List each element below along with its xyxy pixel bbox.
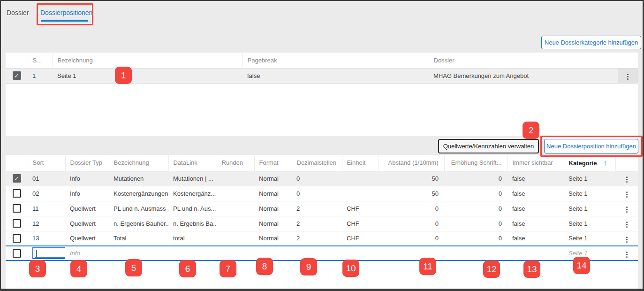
row-menu-kebab-icon[interactable] — [624, 175, 629, 184]
cell-kategorie: Seite 1 — [564, 201, 615, 216]
app-window: Dossier Dossierpositionen Neue Dossierka… — [0, 0, 644, 291]
cell-pagebreak: false — [242, 68, 429, 83]
annotation-badge-5: 5 — [125, 259, 142, 276]
cell-bezeichnung: Kostenergänzungen — [109, 186, 168, 201]
cell-dossier: MHAG Bemerkungen zum Angebot — [429, 68, 618, 83]
cell-bezeichnung: Seite 1 — [53, 68, 242, 83]
cell-dezimalstellen: 0 — [292, 171, 342, 186]
cell-abstand: 0 — [379, 201, 444, 216]
sort-ascending-arrow-icon[interactable]: ↑ — [603, 159, 607, 167]
row-menu-kebab-icon[interactable] — [624, 190, 629, 199]
row-menu-kebab-icon[interactable] — [624, 250, 629, 260]
row-checkbox-checked[interactable]: ✓ — [13, 174, 21, 183]
header-datalink[interactable]: DataLink — [168, 155, 217, 171]
cell-sort: 12 — [28, 216, 65, 231]
row-checkbox[interactable] — [13, 219, 21, 228]
header-immer-sichtbar[interactable]: Immer sichtbar — [508, 155, 564, 171]
tab-dossier[interactable]: Dossier — [7, 9, 29, 16]
annotation-badge-6: 6 — [179, 260, 196, 277]
new-position-edit-row[interactable]: Info Seite 1 — [6, 246, 638, 260]
cell-format: Normal — [254, 186, 292, 201]
header-dezimalstellen[interactable]: Dezimalstellen — [292, 155, 342, 171]
row-menu-kebab-icon[interactable] — [625, 72, 630, 82]
cell-dossier-typ: Info — [65, 171, 109, 186]
row-menu-kebab-icon[interactable] — [624, 235, 629, 245]
header-bezeichnung[interactable]: Bezeichnung — [53, 53, 242, 68]
header-kategorie-label: Kategorie — [569, 160, 597, 167]
kategorie-default-value[interactable]: Seite 1 — [568, 250, 587, 257]
dossierkategorie-section: S... Bezeichnung Pagebreak Dossier ✓ 1 S… — [6, 53, 638, 136]
table-row[interactable]: 13 Quellwert Total total Normal 2 CHF 0 … — [6, 231, 638, 246]
header-dossier-typ[interactable]: Dossier Typ — [65, 155, 109, 171]
active-tab-underline — [41, 20, 88, 22]
table-row[interactable]: 11 Quellwert PL und n. Ausmass ... PL un… — [6, 201, 638, 216]
cell-format: Normal — [254, 171, 292, 186]
cell-erhoehung: 0 — [444, 201, 508, 216]
cell-sort: 11 — [28, 201, 65, 216]
cell-einheit — [342, 171, 379, 186]
cell-kategorie: Seite 1 — [564, 186, 615, 201]
header-erhoehung[interactable]: Erhöhung Schrift... — [444, 155, 508, 171]
cell-immer-sichtbar: false — [508, 216, 564, 231]
table-row[interactable]: 12 Quellwert n. Ergebnis Bauher... n. Er… — [6, 216, 638, 231]
cell-einheit: CHF — [342, 231, 379, 246]
cell-format: Normal — [254, 216, 292, 231]
row-checkbox[interactable] — [13, 189, 21, 198]
cell-immer-sichtbar: false — [508, 171, 564, 186]
cell-bezeichnung: PL und n. Ausmass ... — [109, 201, 168, 216]
dossierposition-section: Sort Dossier Typ Bezeichnung DataLink Ru… — [6, 155, 638, 289]
cell-sort: 01 — [28, 171, 65, 186]
cell-dossier-typ: Quellwert — [65, 216, 109, 231]
cell-dossier-typ: Quellwert — [65, 231, 109, 246]
cell-bezeichnung: n. Ergebnis Bauher... — [109, 216, 168, 231]
dossier-typ-placeholder[interactable]: Info — [70, 250, 80, 257]
header-abstand[interactable]: Abstand (1/10mm) — [379, 155, 444, 171]
cell-erhoehung: 0 — [444, 231, 508, 246]
cell-einheit: CHF — [342, 216, 379, 231]
header-kategorie-sorted[interactable]: Kategorie↑ — [564, 155, 615, 171]
annotation-badge-4: 4 — [70, 260, 87, 277]
cell-abstand: 50 — [379, 171, 444, 186]
header-sort[interactable]: Sort — [28, 155, 65, 171]
dossierposition-table: Sort Dossier Typ Bezeichnung DataLink Ru… — [6, 155, 638, 261]
add-dossierposition-button[interactable]: Neue Dossierposition hinzufügen — [544, 139, 638, 153]
row-checkbox[interactable] — [13, 204, 21, 213]
header-s[interactable]: S... — [28, 53, 53, 68]
annotation-badge-3: 3 — [29, 260, 46, 277]
annotation-badge-8: 8 — [256, 258, 273, 275]
row-menu-kebab-icon[interactable] — [624, 205, 629, 214]
row-checkbox-checked[interactable]: ✓ — [13, 71, 21, 80]
cell-s: 1 — [28, 68, 53, 83]
input-underline — [35, 257, 65, 258]
row-checkbox[interactable] — [13, 249, 21, 258]
cell-bezeichnung: Mutationen — [109, 171, 168, 186]
annotation-badge-11: 11 — [419, 258, 436, 275]
annotation-badge-12: 12 — [483, 260, 500, 278]
cell-runden — [217, 186, 254, 201]
table-row[interactable]: ✓ 1 Seite 1 false MHAG Bemerkungen zum A… — [6, 68, 638, 83]
row-menu-kebab-icon[interactable] — [624, 220, 629, 230]
table-row[interactable]: 02 Info Kostenergänzungen Kostenergänz..… — [6, 186, 638, 201]
header-bezeichnung[interactable]: Bezeichnung — [109, 155, 168, 171]
header-einheit[interactable]: Einheit — [342, 155, 379, 171]
annotation-badge-1: 1 — [115, 67, 132, 84]
annotation-badge-14: 14 — [573, 257, 590, 274]
manage-quellwerte-button[interactable]: Quellwerte/Kennzahlen verwalten — [438, 139, 539, 153]
row-checkbox[interactable] — [13, 234, 21, 243]
cell-dezimalstellen: 0 — [292, 186, 342, 201]
dossierkategorie-table: S... Bezeichnung Pagebreak Dossier ✓ 1 S… — [6, 53, 638, 84]
header-runden[interactable]: Runden — [217, 155, 254, 171]
cell-datalink: PL und n. Aus... — [168, 201, 217, 216]
cell-datalink: total — [168, 231, 217, 246]
sort-input-field[interactable] — [32, 247, 65, 259]
cell-kategorie: Seite 1 — [564, 171, 615, 186]
cell-dezimalstellen: 2 — [292, 201, 342, 216]
table-row[interactable]: ✓ 01 Info Mutationen Mutationen | ... No… — [6, 171, 638, 186]
cell-erhoehung: 0 — [444, 216, 508, 231]
header-format[interactable]: Format — [254, 155, 292, 171]
tab-dossierpositionen[interactable]: Dossierpositionen — [40, 9, 92, 16]
header-dossier[interactable]: Dossier — [429, 53, 618, 68]
cell-abstand: 0 — [379, 231, 444, 246]
header-pagebreak[interactable]: Pagebreak — [242, 53, 429, 68]
add-dossierkategorie-button[interactable]: Neue Dossierkategorie hinzufügen — [541, 36, 641, 49]
